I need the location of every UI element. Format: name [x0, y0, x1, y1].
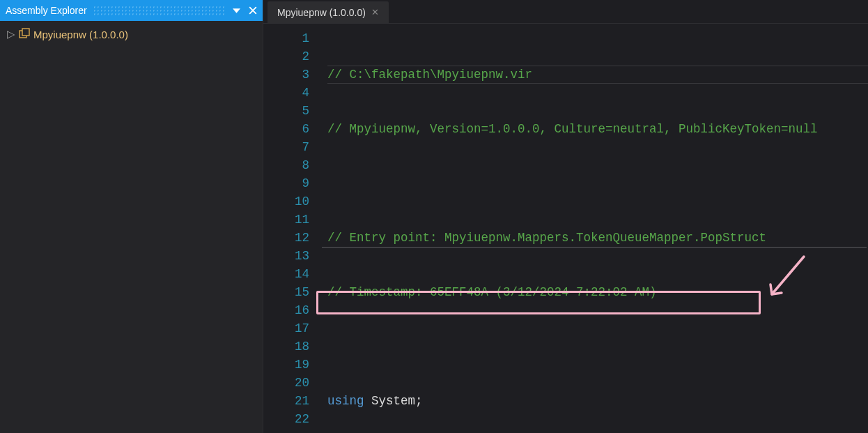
- svg-rect-1: [22, 29, 29, 36]
- close-tab-icon[interactable]: ✕: [371, 7, 379, 17]
- code-line: // Mpyiuepnw, Version=1.0.0.0, Culture=n…: [327, 120, 868, 138]
- code-line: // Timestamp: 65EFF48A (3/12/2024 7:22:0…: [327, 283, 868, 301]
- code-content[interactable]: // C:\fakepath\Mpyiuepnw.vir // Mpyiuepn…: [322, 24, 868, 433]
- document-tab[interactable]: Mpyiuepnw (1.0.0.0) ✕: [268, 1, 389, 23]
- header-grip[interactable]: [93, 6, 225, 15]
- assembly-explorer-header[interactable]: Assembly Explorer: [0, 0, 263, 21]
- code-line: // Entry point: Mpyiuepnw.Mappers.TokenQ…: [327, 229, 868, 247]
- code-line: [327, 337, 868, 356]
- panel-menu-icon[interactable]: [231, 5, 242, 16]
- line-gutter: 1 2 3 4 5 6 7 8 9 10 11 12 13 14 15 16 1…: [263, 24, 322, 433]
- assembly-tree[interactable]: ▷ Mpyiuepnw (1.0.0.0): [0, 21, 263, 47]
- code-line: [327, 174, 868, 192]
- code-line: // C:\fakepath\Mpyiuepnw.vir: [327, 66, 868, 84]
- tree-item-label: Mpyiuepnw (1.0.0.0): [33, 29, 128, 40]
- section-separator: [322, 247, 867, 248]
- tab-bar[interactable]: Mpyiuepnw (1.0.0.0) ✕: [263, 0, 868, 24]
- tab-label: Mpyiuepnw (1.0.0.0): [277, 7, 366, 18]
- editor-area: Mpyiuepnw (1.0.0.0) ✕ 1 2 3 4 5 6 7 8 9 …: [263, 0, 868, 433]
- close-icon[interactable]: [247, 5, 258, 16]
- tree-item-assembly[interactable]: ▷ Mpyiuepnw (1.0.0.0): [3, 26, 260, 42]
- code-line: using System;: [327, 392, 868, 410]
- expand-icon[interactable]: ▷: [7, 28, 15, 40]
- assembly-icon: [18, 28, 31, 40]
- panel-title: Assembly Explorer: [6, 5, 87, 16]
- code-editor[interactable]: 1 2 3 4 5 6 7 8 9 10 11 12 13 14 15 16 1…: [263, 24, 868, 433]
- assembly-explorer-panel: Assembly Explorer ▷ Mpyiuepnw (1.0.0.0): [0, 0, 263, 433]
